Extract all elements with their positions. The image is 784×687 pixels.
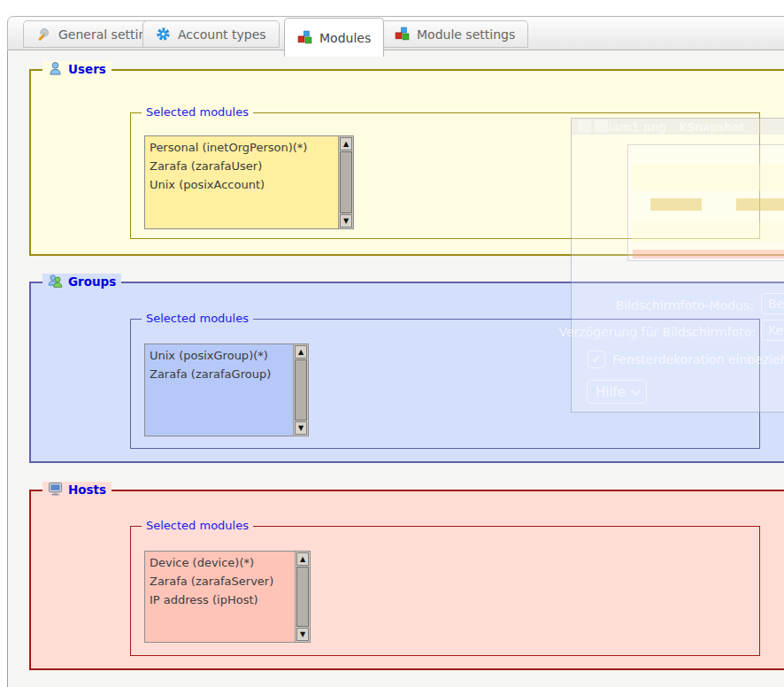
scrollbar-thumb[interactable] [296, 567, 309, 627]
scroll-down-button[interactable]: ▼ [340, 214, 352, 228]
scrollbar-thumb[interactable] [295, 359, 307, 421]
scrollbar[interactable]: ▲ ▼ [293, 344, 308, 436]
users-selected-modules-fieldset: Selected modules Personal (inetOrgPerson… [130, 112, 760, 239]
gear-icon [156, 27, 171, 42]
section-title: Users [68, 62, 106, 76]
user-icon [48, 61, 63, 76]
tab-modules[interactable]: Modules [284, 18, 384, 57]
users-modules-listbox[interactable]: Personal (inetOrgPerson)(*) Zarafa (zara… [144, 135, 354, 229]
groups-selected-modules-fieldset: Selected modules Unix (posixGroup)(*) Za… [130, 319, 760, 449]
scrollbar[interactable]: ▲ ▼ [295, 552, 310, 642]
scroll-down-button[interactable]: ▼ [296, 628, 309, 641]
users-legend: Users [42, 61, 111, 76]
list-item[interactable]: Device (device)(*) [145, 553, 295, 572]
users-modules-list: Personal (inetOrgPerson)(*) Zarafa (zara… [145, 138, 338, 228]
tab-label: Modules [319, 31, 371, 45]
hosts-selected-modules-fieldset: Selected modules Device (device)(*) Zara… [130, 526, 760, 656]
modules-icon [297, 30, 312, 45]
groups-legend: Groups [42, 274, 121, 289]
list-item[interactable]: Unix (posixAccount) [145, 175, 338, 194]
list-item[interactable]: Unix (posixGroup)(*) [145, 346, 293, 365]
groups-icon [48, 274, 63, 289]
tab-label: Module settings [417, 27, 515, 42]
groups-modules-listbox[interactable]: Unix (posixGroup)(*) Zarafa (zarafaGroup… [144, 344, 309, 436]
list-item[interactable]: Zarafa (zarafaGroup) [145, 365, 293, 383]
tab-label: Account types [178, 27, 266, 42]
hosts-fieldset: Hosts Selected modules Device (device)(*… [29, 490, 784, 670]
hosts-legend: Hosts [42, 482, 111, 497]
section-title: Hosts [68, 482, 106, 497]
wrench-icon [36, 27, 51, 42]
monitor-icon [48, 482, 63, 497]
list-item[interactable]: Zarafa (zarafaUser) [145, 157, 338, 175]
groups-modules-list: Unix (posixGroup)(*) Zarafa (zarafaGroup… [145, 346, 293, 436]
list-item[interactable]: IP address (ipHost) [145, 591, 295, 609]
list-item[interactable]: Personal (inetOrgPerson)(*) [145, 138, 338, 157]
selected-modules-label: Selected modules [142, 105, 253, 119]
selected-modules-label: Selected modules [142, 312, 253, 325]
hosts-modules-list: Device (device)(*) Zarafa (zarafaServer)… [145, 553, 295, 642]
tab-module-settings[interactable]: Module settings [381, 20, 528, 48]
list-item[interactable]: Zarafa (zarafaServer) [145, 572, 295, 591]
tab-bar: General settings Account types Modules [7, 16, 784, 50]
scroll-up-button[interactable]: ▲ [296, 552, 309, 566]
hosts-modules-listbox[interactable]: Device (device)(*) Zarafa (zarafaServer)… [144, 551, 311, 643]
scroll-down-button[interactable]: ▼ [295, 421, 307, 435]
modules-icon [395, 27, 410, 42]
scrollbar[interactable]: ▲ ▼ [338, 136, 353, 228]
groups-fieldset: Groups Selected modules Unix (posixGroup… [29, 282, 784, 463]
scroll-up-button[interactable]: ▲ [340, 137, 352, 151]
scroll-up-button[interactable]: ▲ [295, 345, 307, 359]
selected-modules-label: Selected modules [142, 519, 253, 532]
users-fieldset: Users Selected modules Personal (inetOrg… [29, 69, 784, 256]
section-title: Groups [68, 274, 116, 289]
tab-account-types[interactable]: Account types [142, 20, 280, 48]
scrollbar-thumb[interactable] [340, 151, 352, 213]
